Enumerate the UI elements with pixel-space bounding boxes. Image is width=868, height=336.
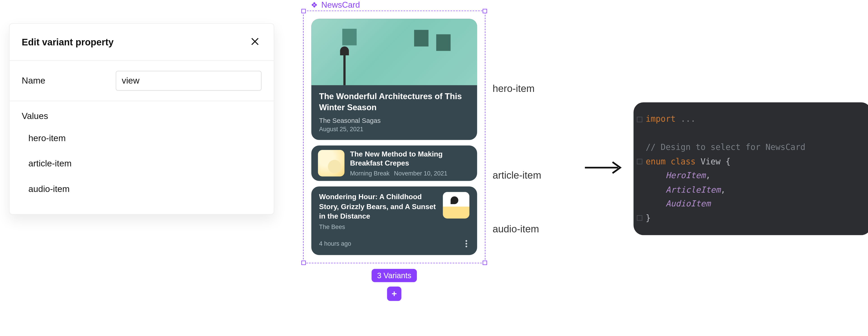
newscard-audio-variant[interactable]: Wondering Hour: A Childhood Story, Grizz… — [311, 187, 477, 255]
values-label: Values — [9, 101, 274, 123]
close-icon[interactable] — [248, 35, 262, 50]
article-date: November 10, 2021 — [394, 170, 447, 176]
component-name: NewsCard — [321, 0, 360, 9]
resize-handle-bl[interactable] — [301, 260, 306, 265]
selection-frame[interactable]: The Wonderful Architectures of This Wint… — [303, 10, 486, 263]
name-input[interactable] — [116, 71, 262, 91]
resize-handle-tl[interactable] — [301, 9, 306, 13]
hero-date: August 25, 2021 — [319, 125, 469, 132]
code-line-member-1: ArticleItem, — [636, 183, 868, 197]
code-snippet: import ... // Design to select for NewsC… — [633, 102, 868, 235]
more-menu-icon[interactable] — [463, 238, 469, 249]
hero-image — [311, 19, 477, 85]
article-thumbnail — [318, 150, 345, 176]
hero-subtitle: The Seasonal Sagas — [319, 116, 469, 124]
code-line-member-2: AudioItem — [636, 197, 868, 211]
resize-handle-br[interactable] — [483, 260, 487, 265]
audio-title: Wondering Hour: A Childhood Story, Grizz… — [319, 192, 437, 221]
variant-annotations: hero-item article-item audio-item — [493, 83, 541, 235]
values-list: hero-item article-item audio-item — [9, 123, 274, 202]
audio-source: The Bees — [319, 224, 437, 230]
panel-header: Edit variant property — [9, 24, 274, 61]
audio-bottom: 4 hours ago — [319, 238, 469, 249]
panel-title: Edit variant property — [22, 37, 114, 48]
fold-gutter-icon[interactable] — [637, 216, 643, 221]
add-variant-button[interactable] — [387, 286, 402, 301]
annotation-audio: audio-item — [493, 224, 541, 235]
newscard-article-variant[interactable]: The New Method to Making Breakfast Crepe… — [311, 145, 477, 181]
hero-body: The Wonderful Architectures of This Wint… — [311, 85, 477, 140]
fold-gutter-icon[interactable] — [637, 159, 643, 165]
annotation-article: article-item — [493, 170, 541, 181]
audio-time-ago: 4 hours ago — [319, 240, 351, 247]
article-meta: Morning Break November 10, 2021 — [350, 170, 470, 176]
resize-handle-tr[interactable] — [483, 9, 487, 13]
component-label[interactable]: ❖ NewsCard — [311, 0, 486, 9]
code-line-close: } — [636, 211, 868, 225]
code-line-import: import ... — [636, 112, 868, 126]
name-label: Name — [22, 76, 105, 86]
article-source: Morning Break — [350, 170, 390, 176]
arrow-icon — [584, 160, 623, 177]
figma-canvas: ❖ NewsCard The Wonderful Architectures o… — [303, 0, 486, 301]
value-item-article[interactable]: article-item — [28, 151, 262, 176]
code-line-blank — [636, 127, 868, 140]
variant-count-badge[interactable]: 3 Variants — [372, 269, 417, 282]
annotation-hero: hero-item — [493, 83, 541, 94]
code-line-member-0: HeroItem, — [636, 169, 868, 183]
newscard-hero-variant[interactable]: The Wonderful Architectures of This Wint… — [311, 19, 477, 140]
fold-gutter-icon[interactable] — [637, 116, 643, 122]
value-item-hero[interactable]: hero-item — [28, 125, 262, 151]
value-item-audio[interactable]: audio-item — [28, 176, 262, 202]
article-text: The New Method to Making Breakfast Crepe… — [350, 150, 470, 177]
audio-thumbnail — [443, 192, 469, 219]
code-line-enum-decl: enum class View { — [636, 155, 868, 169]
hero-title: The Wonderful Architectures of This Wint… — [319, 91, 469, 113]
edit-variant-property-panel: Edit variant property Name Values hero-i… — [9, 23, 274, 215]
name-row: Name — [9, 61, 274, 102]
audio-top: Wondering Hour: A Childhood Story, Grizz… — [319, 192, 469, 230]
component-set-icon: ❖ — [311, 1, 318, 8]
lamp-decoration — [343, 54, 346, 85]
code-line-comment: // Design to select for NewsCard — [636, 140, 868, 155]
article-title: The New Method to Making Breakfast Crepe… — [350, 150, 470, 168]
